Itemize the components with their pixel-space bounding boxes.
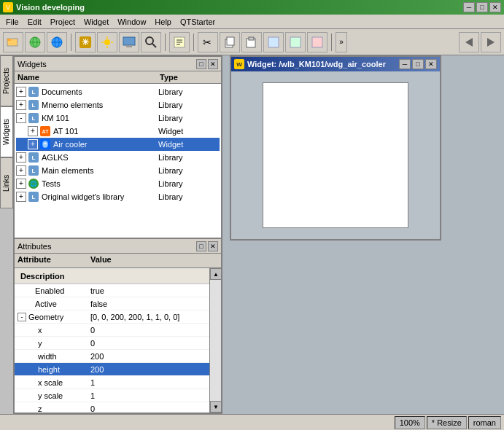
name-aircooler: Air cooler (53, 140, 158, 149)
tb-more-button[interactable]: » (336, 32, 347, 52)
tb-edit-button[interactable] (169, 32, 190, 52)
attr-val-y: 0 (88, 339, 209, 348)
attr-row-height[interactable]: height 200 (15, 363, 209, 376)
widgets-panel-close[interactable]: ✕ (208, 59, 218, 69)
tb-img1-button[interactable] (263, 32, 284, 52)
menu-file[interactable]: File (1, 16, 23, 28)
sidebar-tab-widgets[interactable]: Widgets (0, 106, 13, 157)
tb-open-button[interactable] (3, 32, 23, 52)
menu-edit[interactable]: Edit (23, 16, 46, 28)
attr-name-width: width (15, 352, 88, 361)
svg-text:✂: ✂ (203, 36, 212, 48)
svg-rect-27 (249, 37, 254, 40)
tree-row-aircooler[interactable]: + Air cooler Widget (16, 138, 220, 151)
tb-cut-button[interactable]: ✂ (198, 32, 218, 52)
attr-row-x[interactable]: x 0 (15, 324, 209, 337)
attrs-panel-titlebar: Attributes □ ✕ (15, 239, 221, 254)
minimize-button[interactable]: ─ (463, 2, 475, 12)
attr-name-active: Active (15, 300, 88, 308)
close-button[interactable]: ✕ (489, 2, 501, 12)
menu-window[interactable]: Window (113, 16, 150, 28)
attrs-content[interactable]: Description Enabled true Active false (15, 268, 209, 413)
attr-val-yscale: 1 (88, 391, 209, 400)
svg-point-10 (104, 39, 110, 45)
tree-row-at101[interactable]: + AT AT 101 Widget (16, 125, 220, 138)
attr-name-yscale: y scale (15, 391, 88, 400)
attr-name-height: height (15, 365, 88, 374)
attr-row-yscale[interactable]: y scale 1 (15, 389, 209, 402)
tb-back-button[interactable] (459, 32, 479, 52)
widget-window-icon: W (234, 59, 244, 69)
widgets-panel-float[interactable]: □ (196, 59, 206, 69)
app-icon: V (3, 2, 13, 12)
svg-rect-30 (312, 37, 322, 47)
tree-row-mnemo[interactable]: + L Mnemo elements Library (16, 98, 220, 112)
widget-maximize-button[interactable]: □ (412, 59, 424, 69)
attr-row-z[interactable]: z 0 (15, 402, 209, 413)
expand-aglks[interactable]: + (16, 152, 26, 163)
expand-docs[interactable]: + (16, 87, 26, 97)
tb-forward-button[interactable] (481, 32, 501, 52)
tree-row-km101[interactable]: - L KM 101 Library (16, 112, 220, 125)
type-aircooler: Widget (158, 140, 217, 149)
expand-geometry-icon[interactable]: - (18, 313, 26, 321)
tb-img2-button[interactable] (285, 32, 306, 52)
maximize-button[interactable]: □ (476, 2, 488, 12)
sidebar-tab-links[interactable]: Links (0, 157, 13, 208)
tree-row-tests[interactable]: + 🌐 Tests Library (16, 177, 220, 190)
expand-orig[interactable]: + (16, 192, 26, 202)
scroll-track[interactable] (210, 280, 221, 401)
tb-monitor-button[interactable] (119, 32, 139, 52)
tb-search-button[interactable] (141, 32, 161, 52)
tb-asterisk-button[interactable]: ✳ (75, 32, 96, 52)
icon-tests: 🌐 (28, 178, 39, 189)
attr-row-active[interactable]: Active false (15, 297, 209, 310)
sidebar-tab-projects[interactable]: Projects (0, 55, 13, 106)
attr-val-xscale: 1 (88, 378, 209, 387)
tb-flag-button[interactable] (47, 32, 67, 52)
attrs-panel-float[interactable]: □ (196, 241, 206, 251)
tb-sun-button[interactable] (97, 32, 117, 52)
expand-km101[interactable]: - (16, 113, 26, 123)
name-orig: Original widget's library (42, 192, 158, 201)
tree-row-aglks[interactable]: + L AGLKS Library (16, 151, 220, 164)
attr-val-active: false (88, 300, 209, 308)
tb-globe-button[interactable] (25, 32, 45, 52)
name-at101: AT 101 (53, 127, 158, 136)
menu-qtstarter[interactable]: QTStarter (176, 16, 220, 28)
widget-close-button[interactable]: ✕ (425, 59, 437, 69)
toolbar-separator-2 (165, 34, 166, 51)
expand-main[interactable]: + (16, 165, 26, 176)
menu-help[interactable]: Help (150, 16, 176, 28)
attr-name-geometry: - Geometry (15, 313, 88, 321)
attr-row-geometry[interactable]: - Geometry [0, 0, 200, 200, 1, 1, 0, 0] (15, 310, 209, 324)
widgets-panel: Widgets □ ✕ Name Type + L Documents (13, 55, 222, 239)
menu-project[interactable]: Project (46, 16, 80, 28)
tb-paste-button[interactable] (241, 32, 262, 52)
tree-row-orig[interactable]: + L Original widget's library Library (16, 190, 220, 203)
expand-mnemo[interactable]: + (16, 100, 26, 110)
attrs-panel-title: Attributes (18, 242, 51, 251)
attr-row-y[interactable]: y 0 (15, 337, 209, 350)
tree-row-main[interactable]: + L Main elements Library (16, 164, 220, 177)
attrs-panel: Attributes □ ✕ Attribute Value Descripti… (13, 239, 222, 414)
tb-img3-button[interactable] (307, 32, 327, 52)
attr-row-enabled[interactable]: Enabled true (15, 284, 209, 297)
expand-tests[interactable]: + (16, 179, 26, 189)
menu-widget[interactable]: Widget (80, 16, 113, 28)
type-mnemo: Library (158, 101, 217, 109)
tree-area[interactable]: + L Documents Library + L Mnemo elements… (15, 84, 221, 238)
expand-at101[interactable]: + (28, 126, 38, 136)
attr-name-y: y (15, 339, 88, 348)
attr-row-xscale[interactable]: x scale 1 (15, 376, 209, 389)
name-aglks: AGLKS (42, 153, 158, 162)
attrs-scrollbar[interactable]: ▲ ▼ (209, 268, 221, 413)
scroll-down-button[interactable]: ▼ (210, 401, 221, 413)
scroll-up-button[interactable]: ▲ (210, 268, 221, 280)
attr-row-width[interactable]: width 200 (15, 350, 209, 363)
expand-aircooler[interactable]: + (28, 139, 38, 149)
widget-minimize-button[interactable]: ─ (399, 59, 411, 69)
tb-copy-button[interactable] (220, 32, 240, 52)
tree-row-docs[interactable]: + L Documents Library (16, 85, 220, 98)
attrs-panel-close[interactable]: ✕ (208, 241, 218, 251)
